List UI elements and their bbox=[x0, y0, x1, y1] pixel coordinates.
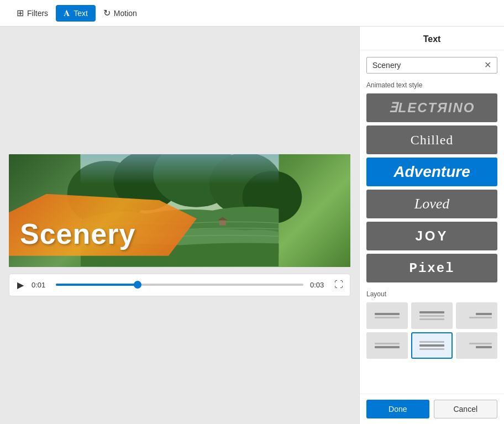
filters-button[interactable]: ⊞ Filters bbox=[9, 4, 56, 22]
layout-tile-1[interactable] bbox=[366, 302, 408, 329]
layout-line-5c bbox=[419, 348, 444, 350]
text-panel: Text ✕ Animated text style ƎLECTЯINO Chi… bbox=[359, 27, 504, 424]
style-list: ƎLECTЯINO Chilled Adventure Loved JOY Pi… bbox=[360, 93, 504, 286]
video-container: Scenery bbox=[9, 154, 350, 266]
layout-line-6b bbox=[476, 346, 492, 348]
search-box: ✕ bbox=[366, 57, 497, 74]
done-button[interactable]: Done bbox=[366, 400, 429, 418]
layout-section: Layout bbox=[360, 286, 504, 365]
layout-tile-2[interactable] bbox=[411, 302, 453, 329]
video-panel: Scenery ▶ 0:01 0:03 ⛶ bbox=[0, 27, 359, 424]
layout-line-2b bbox=[419, 315, 444, 317]
style-tile-adventure[interactable]: Adventure bbox=[366, 158, 497, 186]
video-background: Scenery bbox=[9, 154, 350, 266]
style-tile-electro[interactable]: ƎLECTЯINO bbox=[366, 93, 497, 122]
layout-line-3b bbox=[469, 317, 492, 318]
panel-title: Text bbox=[360, 27, 504, 50]
style-tile-chilled[interactable]: Chilled bbox=[366, 125, 497, 154]
svg-rect-6 bbox=[219, 221, 226, 226]
text-label: Text bbox=[74, 9, 88, 18]
seek-bar[interactable] bbox=[56, 284, 303, 286]
search-input[interactable] bbox=[372, 61, 481, 70]
filters-icon: ⊞ bbox=[17, 8, 24, 18]
layout-line-5a bbox=[419, 341, 444, 343]
motion-label: Motion bbox=[114, 9, 137, 18]
layout-label: Layout bbox=[366, 290, 497, 298]
play-button[interactable]: ▶ bbox=[16, 279, 25, 291]
search-box-container: ✕ bbox=[360, 50, 504, 78]
cancel-button[interactable]: Cancel bbox=[434, 400, 498, 418]
seek-handle[interactable] bbox=[134, 281, 141, 289]
layout-line-3a bbox=[476, 313, 492, 315]
motion-icon: ↻ bbox=[103, 8, 111, 18]
layout-line-2c bbox=[419, 318, 444, 320]
filters-label: Filters bbox=[27, 9, 48, 18]
section-label: Animated text style bbox=[360, 78, 504, 93]
layout-tile-3[interactable] bbox=[456, 302, 497, 329]
panel-footer: Done Cancel bbox=[360, 394, 504, 424]
layout-line-5b bbox=[419, 344, 444, 347]
layout-grid bbox=[366, 302, 497, 359]
text-button[interactable]: 𝐀 Text bbox=[56, 5, 96, 22]
seek-fill bbox=[56, 284, 138, 286]
layout-tile-4[interactable] bbox=[366, 332, 408, 359]
video-controls: ▶ 0:01 0:03 ⛶ bbox=[9, 274, 350, 296]
current-time: 0:01 bbox=[32, 281, 49, 289]
total-time: 0:03 bbox=[310, 281, 328, 289]
toolbar: ⊞ Filters 𝐀 Text ↻ Motion bbox=[0, 0, 504, 27]
style-label-joy: JOY bbox=[415, 228, 448, 244]
search-clear-button[interactable]: ✕ bbox=[484, 61, 491, 70]
layout-tile-5[interactable] bbox=[411, 332, 453, 359]
style-label-loved: Loved bbox=[414, 196, 450, 212]
text-icon: 𝐀 bbox=[64, 8, 70, 18]
video-text-overlay: Scenery bbox=[20, 217, 135, 250]
style-tile-joy[interactable]: JOY bbox=[366, 222, 497, 250]
layout-line-1b bbox=[375, 317, 399, 318]
layout-line-4a bbox=[375, 343, 399, 344]
style-label-electro: ƎLECTЯINO bbox=[389, 100, 475, 116]
layout-tile-6[interactable] bbox=[456, 332, 497, 359]
style-label-chilled: Chilled bbox=[411, 133, 454, 148]
style-label-pixel: Pixel bbox=[409, 261, 454, 276]
style-tile-pixel[interactable]: Pixel bbox=[366, 254, 497, 282]
style-label-adventure: Adventure bbox=[393, 163, 470, 181]
layout-line-1a bbox=[375, 313, 399, 315]
fullscreen-button[interactable]: ⛶ bbox=[334, 280, 343, 290]
main-layout: Scenery ▶ 0:01 0:03 ⛶ Text ✕ Animated bbox=[0, 27, 504, 424]
layout-line-6a bbox=[469, 343, 492, 344]
layout-line-2a bbox=[419, 311, 444, 313]
style-tile-loved[interactable]: Loved bbox=[366, 190, 497, 218]
layout-line-4b bbox=[375, 346, 399, 348]
svg-rect-8 bbox=[81, 154, 279, 184]
motion-button[interactable]: ↻ Motion bbox=[96, 4, 145, 22]
